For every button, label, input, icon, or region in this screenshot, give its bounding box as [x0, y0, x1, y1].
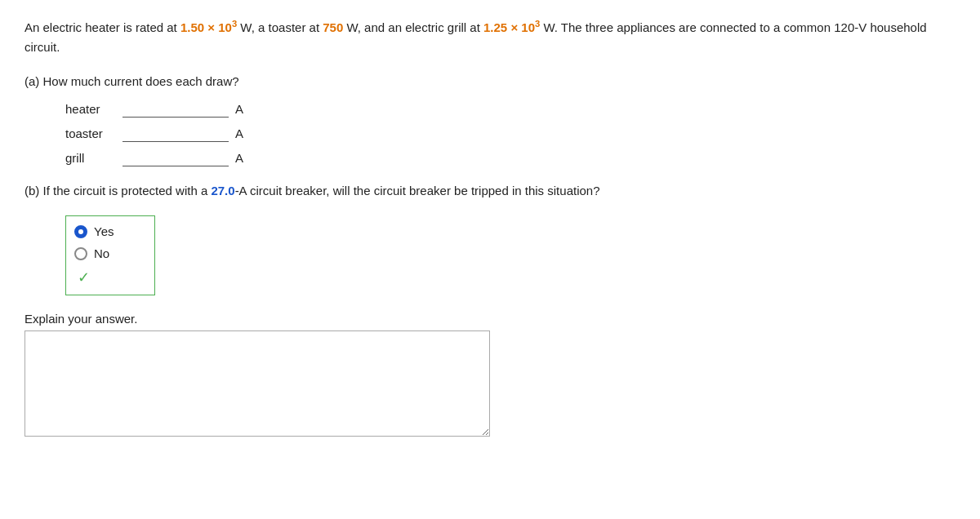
yes-option[interactable]: Yes — [74, 224, 141, 238]
checkmark-row: ✓ — [78, 268, 141, 286]
part-a-label: (a) How much current does each draw? — [24, 72, 956, 91]
grill-input[interactable] — [122, 149, 229, 166]
intro-text-mid1: W, a toaster at — [237, 20, 323, 34]
heater-unit: A — [235, 102, 243, 116]
grill-power: 1.25 × 103 — [483, 20, 540, 34]
heater-input[interactable] — [122, 100, 229, 118]
checkmark-icon: ✓ — [78, 269, 90, 286]
explain-textarea[interactable] — [24, 330, 490, 437]
current-table: heater A toaster A grill A — [65, 100, 956, 166]
intro-text-start: An electric heater is rated at — [24, 20, 180, 34]
no-radio-circle[interactable] — [74, 247, 87, 260]
no-option[interactable]: No — [74, 246, 141, 260]
intro-paragraph: An electric heater is rated at 1.50 × 10… — [24, 16, 956, 57]
grill-row: grill A — [65, 149, 956, 166]
yes-no-radio-box: Yes No ✓ — [65, 215, 155, 295]
intro-text-mid2: W, and an electric grill at — [343, 20, 483, 34]
heater-label: heater — [65, 102, 122, 116]
yes-radio-circle[interactable] — [74, 225, 87, 238]
toaster-label: toaster — [65, 126, 122, 140]
explain-section: Explain your answer. — [24, 312, 956, 437]
part-a-section: (a) How much current does each draw? hea… — [24, 72, 956, 166]
breaker-value: 27.0 — [211, 184, 234, 197]
part-b-section: (b) If the circuit is protected with a 2… — [24, 181, 956, 295]
toaster-input[interactable] — [122, 124, 229, 142]
yes-label: Yes — [94, 224, 114, 238]
explain-label: Explain your answer. — [24, 312, 956, 326]
toaster-power: 750 — [323, 20, 343, 34]
no-label: No — [94, 246, 109, 260]
toaster-row: toaster A — [65, 124, 956, 142]
toaster-unit: A — [235, 126, 243, 140]
grill-unit: A — [235, 151, 243, 165]
part-b-label: (b) If the circuit is protected with a 2… — [24, 181, 956, 201]
heater-power: 1.50 × 103 — [180, 20, 237, 34]
heater-row: heater A — [65, 100, 956, 118]
grill-label: grill — [65, 151, 122, 165]
